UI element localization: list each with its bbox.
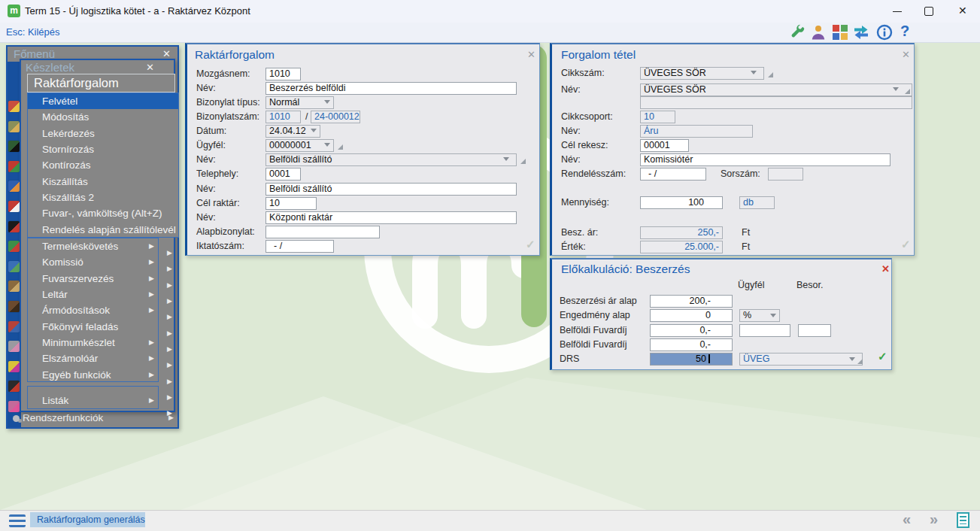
minimize-button[interactable]	[893, 11, 902, 12]
panel-close-icon[interactable]: ✕	[527, 49, 536, 60]
menu-strip-icon	[8, 401, 20, 412]
keszletek-close-icon[interactable]: ✕	[146, 62, 154, 73]
field-label: Dátum:	[196, 125, 226, 138]
menu-item[interactable]: Listák ▶	[28, 393, 158, 408]
telephely-nev-input[interactable]: Belföldi szállító	[265, 183, 517, 196]
expand-corner-icon[interactable]	[338, 144, 343, 150]
status-bar	[0, 510, 980, 531]
page-back-chevron[interactable]: «	[903, 511, 911, 528]
panel-close-icon[interactable]: ✕	[881, 263, 890, 275]
window-title: Term 15 - Új logisztika kötet - a - Rakt…	[25, 5, 250, 17]
alapbizonylat-input[interactable]	[265, 226, 380, 238]
modules-grid-icon[interactable]	[832, 24, 848, 41]
menu-item[interactable]: Fuvar-, vámköltség (Alt+Z)	[28, 205, 178, 221]
menu-item[interactable]: Stornírozás	[28, 141, 178, 157]
dropdown-caret-icon[interactable]	[849, 357, 855, 364]
engedmeny-input[interactable]: 0	[650, 309, 733, 322]
cel-raktar-input[interactable]: 10	[265, 197, 317, 210]
dropdown-caret-icon[interactable]	[770, 314, 776, 320]
wrench-icon[interactable]	[789, 24, 806, 41]
dropdown-caret-icon[interactable]	[503, 157, 509, 164]
menu-item[interactable]: Felvétel	[28, 93, 178, 109]
maximize-button[interactable]	[924, 7, 933, 16]
esc-exit-label[interactable]: Esc: Kilépés	[6, 26, 60, 38]
fuvardij1-input[interactable]: 0,-	[650, 324, 733, 337]
raktar-nev-input[interactable]: Központi raktár	[265, 211, 517, 224]
fuvardij2-input[interactable]: 0,-	[650, 338, 733, 351]
menu-item[interactable]: Ármódosítások ▶	[28, 302, 158, 318]
confirm-check-icon[interactable]: ✓	[526, 238, 536, 251]
menu-item-label: Rendelés alapján szállítólevél ger	[42, 224, 178, 235]
menu-item-label: Kiszálítás 2	[42, 192, 94, 203]
gear-icon	[13, 415, 20, 422]
menu-item[interactable]: Főkönyvi feladás	[28, 319, 158, 335]
expand-corner-icon[interactable]	[857, 359, 863, 364]
generation-tab[interactable]: Raktárforgalom generálás	[30, 512, 145, 527]
mozgasnem-input[interactable]: 1010	[265, 68, 301, 80]
window-close-button[interactable]: ✕	[958, 5, 967, 17]
expand-corner-icon[interactable]	[905, 89, 910, 94]
rekesz-nev-input[interactable]: Komissiótér	[640, 153, 890, 166]
menu-item[interactable]: Kiszálítás 2	[28, 190, 178, 205]
menu-item[interactable]: Fuvarszervezés ▶	[28, 271, 158, 287]
field-label: DRS	[560, 353, 579, 366]
rendelesszam-input[interactable]: - /	[640, 168, 706, 181]
transfer-arrows-icon[interactable]	[853, 24, 869, 41]
field-label: Név:	[561, 83, 581, 96]
fuvardij-besor-input[interactable]	[798, 324, 831, 337]
iktatoszam-input[interactable]: - /	[265, 240, 334, 253]
field-label: Engedmény alap	[560, 309, 630, 322]
dropdown-caret-icon[interactable]	[751, 71, 757, 77]
menu-item[interactable]: Minimumkészlet ▶	[28, 335, 158, 350]
hamburger-menu-icon[interactable]	[9, 514, 26, 527]
rendszerfunkciok-item[interactable]: Rendszerfunkciók	[23, 412, 103, 423]
fomenu-close-icon[interactable]: ✕	[162, 48, 171, 59]
dropdown-caret-icon[interactable]	[324, 143, 330, 150]
menu-item[interactable]: Egyéb funkciók ▶	[28, 367, 158, 382]
menu-item[interactable]: Kiszállítás	[28, 174, 178, 190]
field-label: Beszerzési ár alap	[560, 295, 637, 308]
confirm-check-icon[interactable]: ✓	[901, 238, 911, 251]
dropdown-caret-icon[interactable]	[311, 129, 317, 135]
menu-item-label: Egyéb funkciók	[42, 369, 111, 381]
cikk-nev2-input[interactable]	[640, 96, 912, 109]
user-icon[interactable]	[810, 24, 827, 41]
menu-item[interactable]: Komissió ▶	[28, 254, 158, 270]
ugyfel-nev-select[interactable]: Belföldi szállító	[265, 153, 517, 166]
cel-rekesz-input[interactable]: 00001	[640, 139, 689, 152]
menu-item[interactable]: Kontírozás	[28, 157, 178, 173]
cikkszam-select[interactable]: ÜVEGES SÖR	[640, 67, 764, 80]
telephely-input[interactable]: 0001	[265, 168, 301, 181]
fuvardij-ugyfel-input[interactable]	[739, 324, 790, 337]
info-icon[interactable]	[876, 24, 893, 41]
bizonylatszam-prefix-input[interactable]: 1010	[265, 111, 301, 123]
menu-item[interactable]: Termeléskövetés ▶	[28, 238, 158, 254]
page-forward-chevron[interactable]: »	[930, 511, 938, 528]
confirm-check-icon[interactable]: ✓	[878, 350, 887, 363]
menu-item[interactable]: Leltár ▶	[28, 287, 158, 302]
expand-corner-icon[interactable]	[768, 72, 773, 77]
menu-strip-icon	[8, 321, 20, 332]
dropdown-caret-icon[interactable]	[893, 87, 899, 94]
mennyiseg-input[interactable]: 100	[640, 196, 723, 209]
document-list-icon[interactable]	[957, 512, 969, 528]
help-icon[interactable]: ?	[897, 23, 913, 39]
field-label: Név:	[561, 125, 581, 138]
menu-item[interactable]: Rendelés alapján szállítólevél ger	[28, 222, 178, 238]
cikk-nev-select[interactable]: ÜVEGES SÖR	[640, 83, 912, 96]
menu-item-label: Lekérdezés	[42, 128, 95, 139]
menu-strip-icon	[8, 101, 20, 112]
dropdown-caret-icon[interactable]	[324, 100, 330, 107]
sorszam-input[interactable]	[768, 168, 803, 181]
expand-corner-icon[interactable]	[520, 159, 526, 164]
drs-input[interactable]: 50	[650, 353, 733, 366]
menu-item[interactable]: Módosítás	[28, 109, 178, 125]
panel-close-icon[interactable]: ✕	[902, 49, 910, 60]
beszerzesi-ar-input[interactable]: 200,-	[650, 295, 733, 308]
bizonylatszam-input[interactable]: 24-000012	[311, 111, 360, 123]
drs-type-select[interactable]: ÜVEG	[739, 353, 863, 366]
menu-item[interactable]: Lekérdezés	[28, 126, 178, 141]
mozgasnem-nev-input[interactable]: Beszerzés belföldi	[265, 82, 517, 95]
menu-item-label: Komissió	[42, 256, 83, 268]
menu-item[interactable]: Elszámolóár ▶	[28, 350, 158, 366]
